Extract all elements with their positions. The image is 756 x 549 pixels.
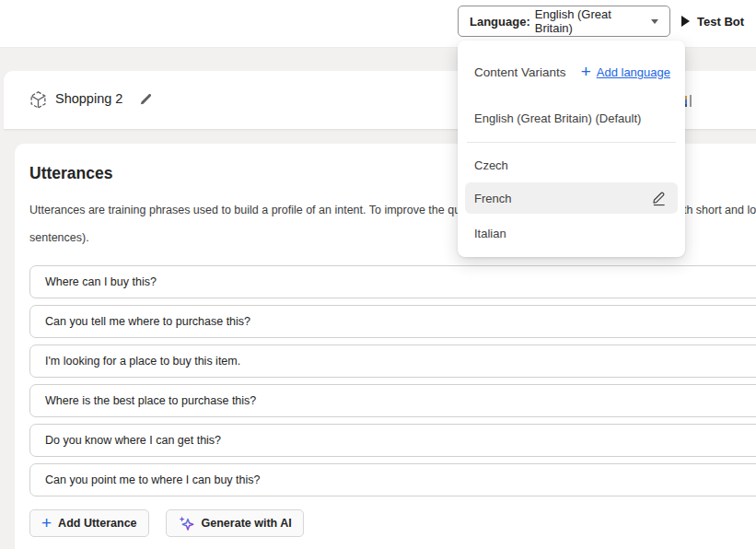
utterance-input[interactable]: I'm looking for a place to buy this item… <box>29 345 756 378</box>
add-utterance-button[interactable]: + Add Utterance <box>29 509 149 537</box>
topic-cube-icon <box>29 90 48 113</box>
language-menu-header: Content Variants + Add language <box>474 64 670 80</box>
generate-with-ai-label: Generate with AI <box>202 517 292 530</box>
utterance-list: Where can I buy this? Can you tell me wh… <box>29 265 756 496</box>
utterance-actions: + Add Utterance Generate with AI <box>29 509 756 537</box>
content-variants-label: Content Variants <box>474 65 566 79</box>
menu-divider <box>467 142 676 143</box>
generate-with-ai-button[interactable]: Generate with AI <box>166 509 304 537</box>
add-utterance-label: Add Utterance <box>58 517 136 530</box>
sparkle-icon <box>178 515 195 532</box>
menu-item-italian[interactable]: Italian <box>474 220 506 246</box>
edit-topic-name-icon[interactable] <box>139 92 153 109</box>
menu-item-default-language[interactable]: English (Great Britain) (Default) <box>474 105 641 131</box>
utterance-input[interactable]: Where is the best place to purchase this… <box>29 384 756 417</box>
test-bot-label: Test Bot <box>697 15 744 29</box>
add-language-label: Add language <box>597 65 670 79</box>
test-bot-button[interactable]: Test Bot <box>681 7 744 35</box>
play-icon <box>681 16 690 27</box>
language-selector-value: English (Great Britain) <box>535 7 651 35</box>
utterance-input[interactable]: Can you tell me where to purchase this? <box>29 305 756 338</box>
language-menu: Content Variants + Add language English … <box>458 41 685 257</box>
plus-icon: + <box>581 63 591 80</box>
utterance-input[interactable]: Can you point me to where I can buy this… <box>29 463 756 496</box>
chevron-down-icon <box>651 19 658 24</box>
topic-title: Shopping 2 <box>55 91 122 106</box>
clipped-ui-fragment <box>684 95 695 108</box>
language-selector-button[interactable]: Language: English (Great Britain) <box>458 6 670 37</box>
edit-language-icon[interactable] <box>651 190 667 206</box>
menu-item-czech[interactable]: Czech <box>474 152 508 178</box>
plus-icon: + <box>41 514 52 531</box>
menu-item-french-label: French <box>474 192 511 205</box>
utterance-input[interactable]: Where can I buy this? <box>29 265 756 298</box>
language-selector-label: Language: <box>470 15 530 29</box>
menu-item-french[interactable]: French <box>465 182 678 214</box>
add-language-link[interactable]: + Add language <box>581 64 670 80</box>
utterance-input[interactable]: Do you know where I can get this? <box>29 424 756 457</box>
